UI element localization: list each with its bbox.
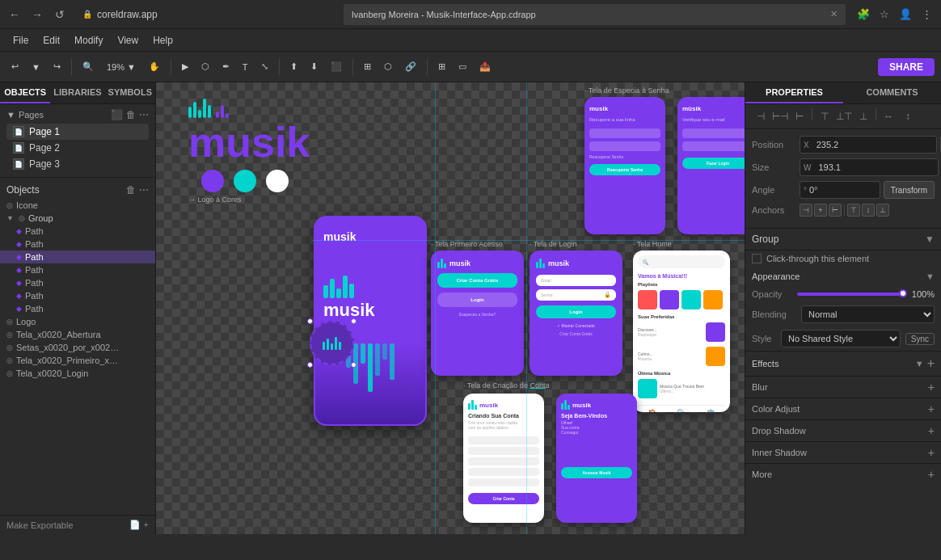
obj-tela-login[interactable]: ◎ Tela_x0020_Login (0, 367, 155, 380)
color-adjust-add[interactable]: + (928, 402, 935, 415)
close-tab-icon[interactable]: ✕ (830, 9, 838, 19)
tab-title[interactable]: Ivanberg Moreira - Musik-Interface-App.c… (344, 4, 846, 25)
menu-modify[interactable]: Modify (68, 33, 109, 48)
share-link-btn[interactable]: 🔗 (400, 57, 421, 78)
pages-toggle[interactable]: ▼ Pages (6, 110, 44, 120)
obj-path-2[interactable]: ◆ Path (0, 238, 155, 251)
refresh-button[interactable]: ↺ (52, 6, 68, 23)
group-chevron[interactable]: ▼ (925, 234, 935, 245)
obj-path-4[interactable]: ◆ Path (0, 263, 155, 276)
more-add[interactable]: + (928, 468, 935, 481)
inner-shadow-item[interactable]: Inner Shadow + (745, 441, 941, 463)
drop-shadow-item[interactable]: Drop Shadow + (745, 419, 941, 441)
obj-tela-primeiro[interactable]: ◎ Tela_x0020_Primeiro_x0020... (0, 354, 155, 367)
align-right[interactable]: ⊢ (791, 107, 808, 125)
effects-add[interactable]: + (927, 356, 935, 371)
align-middle[interactable]: ⊥⊤ (835, 107, 853, 125)
position-x-input[interactable] (812, 136, 933, 154)
inner-shadow-add[interactable]: + (928, 446, 935, 459)
tab-objects[interactable]: OBJECTS (0, 82, 50, 103)
share-button[interactable]: SHARE (878, 58, 935, 76)
forward-button[interactable]: → (29, 6, 45, 23)
transform-tool[interactable]: ⤡ (256, 57, 273, 78)
opacity-slider[interactable] (797, 293, 905, 296)
transform-button[interactable]: Transform (884, 181, 935, 199)
obj-path-6[interactable]: ◆ Path (0, 289, 155, 302)
text-tool[interactable]: T (238, 57, 253, 78)
export-btn[interactable]: ⬇ (306, 57, 323, 78)
effects-header[interactable]: Effects ▼ + (745, 352, 941, 376)
align-center-h[interactable]: ⊢⊣ (771, 107, 789, 125)
align-bottom[interactable]: ⊥ (854, 107, 872, 125)
menu-edit[interactable]: Edit (36, 33, 66, 48)
menu-file[interactable]: File (6, 33, 35, 48)
align-left[interactable]: ⊣ (752, 107, 770, 125)
page-more-icon[interactable]: ⋯ (139, 109, 149, 120)
style-btn[interactable]: ⬡ (379, 57, 397, 78)
url-bar[interactable]: 🔒 coreldraw.app (74, 5, 334, 24)
import-btn[interactable]: ⬆ (285, 57, 302, 78)
obj-path-3[interactable]: ◆ Path (0, 251, 155, 263)
anchor-bottom[interactable]: ⊥ (876, 204, 889, 217)
canvas-area[interactable]: musik → Logo á Cores · Tela de Especia à… (156, 82, 745, 534)
menu-view[interactable]: View (111, 33, 145, 48)
account-icon[interactable]: 👤 (897, 6, 914, 23)
obj-group[interactable]: ▼ ◎ Group (0, 212, 155, 225)
anchor-left[interactable]: ⊣ (800, 204, 812, 217)
menu-help[interactable]: Help (146, 33, 179, 48)
blur-item[interactable]: Blur + (745, 376, 941, 398)
obj-logo[interactable]: ◎ Logo (0, 315, 155, 328)
extensions-icon[interactable]: 🧩 (855, 6, 871, 23)
arrange-btn[interactable]: ⬛ (326, 57, 347, 78)
menu-icon[interactable]: ⋮ (918, 6, 935, 23)
pointer-tool[interactable]: ▶ (177, 57, 193, 78)
obj-path-5[interactable]: ◆ Path (0, 276, 155, 289)
blending-select[interactable]: Normal (801, 305, 935, 323)
blur-add[interactable]: + (928, 381, 935, 394)
obj-tela-abertura[interactable]: ◎ Tela_x0020_Abertura (0, 328, 155, 341)
color-adjust-item[interactable]: Color Adjust + (745, 398, 941, 419)
page-toggle-icon[interactable]: ⬛ (111, 109, 123, 120)
undo-dropdown[interactable]: ▼ (27, 57, 45, 78)
export-add-icon[interactable]: + (144, 520, 149, 530)
tab-libraries[interactable]: LIBRARIES (50, 82, 104, 103)
page-delete-icon[interactable]: 🗑 (126, 109, 136, 120)
zoom-level[interactable]: 19%▼ (102, 57, 141, 78)
obj-setas[interactable]: ◎ Setas_x0020_por_x0020_Ci... (0, 341, 155, 354)
back-button[interactable]: ← (6, 6, 23, 23)
anchor-middle-v[interactable]: ↕ (862, 204, 875, 217)
redo-button[interactable]: ↪ (49, 57, 65, 78)
component-btn[interactable]: ⊞ (359, 57, 376, 78)
style-select[interactable]: No Shared Style (781, 330, 901, 347)
pen-tool[interactable]: ✒ (217, 57, 234, 78)
size-w-input[interactable] (813, 158, 935, 176)
flip-h[interactable]: ↔ (880, 107, 897, 125)
right-tab-comments[interactable]: COMMENTS (843, 82, 941, 103)
anchor-center-h[interactable]: + (814, 204, 827, 217)
hand-tool[interactable]: ✋ (144, 57, 165, 78)
star-icon[interactable]: ☆ (876, 6, 892, 23)
appearance-section[interactable]: Appearance ▼ (745, 267, 941, 286)
drop-shadow-add[interactable]: + (928, 424, 935, 437)
obj-path-1[interactable]: ◆ Path (0, 225, 155, 238)
sync-button[interactable]: Sync (905, 333, 935, 345)
click-through-checkbox[interactable] (752, 254, 762, 263)
objects-delete[interactable]: 🗑 (126, 184, 136, 196)
grid-btn[interactable]: ⊞ (433, 57, 450, 78)
flip-v[interactable]: ↕ (899, 107, 917, 125)
anchor-top[interactable]: ⊤ (847, 204, 860, 217)
right-tab-properties[interactable]: PROPERTIES (745, 82, 843, 103)
page-3[interactable]: 📄 Page 3 (6, 156, 149, 172)
page-1[interactable]: 📄 Page 1 (6, 124, 149, 140)
objects-more[interactable]: ⋯ (139, 184, 149, 196)
publish-btn[interactable]: 📤 (475, 57, 496, 78)
tab-symbols[interactable]: SYMBOLS (105, 82, 155, 103)
obj-path-7[interactable]: ◆ Path (0, 302, 155, 315)
zoom-out[interactable]: 🔍 (78, 57, 99, 78)
obj-icone[interactable]: ◎ Icone (0, 199, 155, 212)
frame-btn[interactable]: ▭ (454, 57, 471, 78)
anchor-right[interactable]: ⊢ (829, 204, 842, 217)
more-item[interactable]: More + (745, 463, 941, 485)
export-page-icon[interactable]: 📄 (129, 520, 141, 530)
shape-tool[interactable]: ⬡ (196, 57, 214, 78)
